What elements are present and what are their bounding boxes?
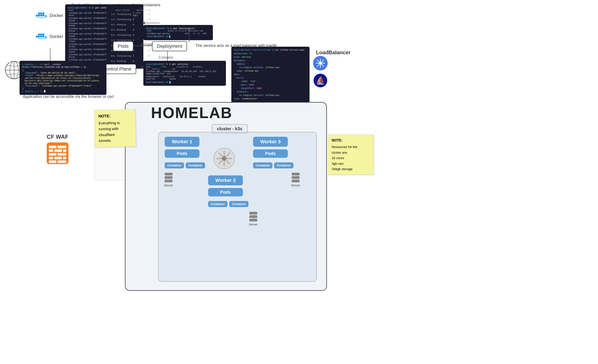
table-row: infobae-api-worker 0/3 3 0 23h — [146, 32, 210, 35]
server-left-label: Server — [164, 184, 173, 187]
table-row: infobae-api-worker-5f4894dd7f-b9f8b0/1Pe… — [68, 22, 152, 27]
svg-rect-10 — [40, 36, 42, 37]
lb-label: LoadBalancer — [316, 49, 351, 56]
docker-logo-1 — [36, 11, 48, 20]
note-right: NOTE: Resources for thecluster are:16 co… — [328, 135, 374, 175]
svg-rect-37 — [63, 149, 66, 152]
docker-label-2: Docker — [50, 34, 63, 39]
docker-logo-2 — [36, 32, 48, 41]
terminal-deployments: dyallo@node03:~$ k get deployments NAME … — [143, 25, 213, 40]
worker-1-box: Worker 1 — [165, 137, 199, 147]
docker-label-1: Docker — [50, 13, 63, 18]
terminal-curl: △ dyallo △ ~ >> curl --silent https://no… — [20, 61, 107, 95]
svg-rect-12 — [40, 34, 42, 35]
pods-prompt: dyallo@node03:~$ — [68, 7, 92, 9]
table-row: infobae-api-worker-5f4894dd7f-8j8cb1/1Te… — [68, 17, 152, 22]
arrow-pods-left — [144, 23, 160, 23]
table-row: infobae-api-worker-5f4894dd7f-b7prw0/1Pe… — [68, 27, 152, 32]
k8s-wheel-center — [213, 148, 235, 169]
svg-rect-43 — [49, 160, 57, 163]
svg-rect-34 — [58, 146, 66, 148]
table-row: kubernetes ClusterIP 10.43.0.1 <none> 44… — [146, 75, 223, 80]
terminal-yaml: dyallo@node03:~/ww/k3s/infobae $ cat inf… — [231, 47, 309, 103]
contains-deployment-service: Contains — [158, 55, 173, 60]
pods-table: NAME READY STATUS RESTARTS AGE infobae-a… — [68, 9, 152, 67]
homelab-title: HOMELAB — [151, 104, 233, 121]
cf-waf-group: CF WAF — [47, 133, 68, 165]
svg-rect-41 — [54, 157, 62, 159]
terminal-services: dyallo@node03:~$ k get services NAME TYP… — [143, 61, 226, 86]
table-row: infobae-api-worker-5f4894dd7f-44791/1Ter… — [68, 12, 152, 17]
svg-rect-0 — [36, 15, 38, 16]
svg-rect-8 — [36, 36, 38, 37]
container-2a: Container — [208, 201, 227, 207]
firewall-icon — [47, 142, 68, 164]
svg-rect-14 — [38, 34, 40, 35]
svg-rect-40 — [49, 157, 53, 159]
arrow-pods-deployment — [135, 46, 153, 46]
svg-rect-42 — [63, 157, 66, 159]
worker-3-box: Worker 3 — [253, 137, 288, 147]
note-right-text: Resources for thecluster are:16 cores3gb… — [332, 144, 370, 172]
svg-point-15 — [45, 36, 47, 38]
table-row: infobae-api-worker-5f4894dd7f-p2lox0/1Te… — [68, 53, 152, 59]
docker-icon-1: Docker — [36, 11, 63, 20]
worker-2-box: Worker 2 — [208, 175, 243, 185]
table-row: infobae-api-worker-5f4894dd7f-f7dns1/1Te… — [68, 38, 152, 43]
svg-rect-44 — [58, 160, 66, 163]
svg-rect-2 — [40, 15, 42, 16]
docker-icon-2: Docker — [36, 32, 63, 41]
svg-rect-11 — [42, 36, 44, 37]
sticky-note-title: NOTE: — [98, 113, 131, 119]
container-1a: Container — [165, 162, 184, 169]
sticky-note: NOTE: Everything isrunning withcloudflar… — [94, 109, 136, 147]
svg-rect-5 — [42, 13, 44, 14]
arrow-up-deployment — [189, 30, 189, 42]
table-row: infobae-api LoadBalancer 10.43.83.253 19… — [146, 70, 223, 75]
svg-rect-4 — [40, 13, 42, 14]
table-row: infobae-api-worker-5f4894dd7f-dzm4p0/1Te… — [68, 32, 152, 38]
server-right-top-label: Server — [291, 184, 300, 187]
pods-3-box: Pods — [253, 149, 288, 158]
pods-box: Pods — [113, 41, 133, 51]
terminal-pods: dyallo@node03:~$ k get pods NAME READY S… — [65, 4, 143, 69]
svg-rect-38 — [49, 153, 57, 156]
svg-rect-13 — [42, 34, 44, 35]
deployment-box: Deployment — [152, 41, 187, 51]
container-3b: Container — [274, 162, 293, 169]
container-2b: Container — [229, 201, 249, 207]
svg-rect-39 — [58, 153, 66, 156]
container-3a: Container — [253, 162, 272, 169]
docker-icons-group: Docker Docker — [36, 11, 63, 53]
svg-rect-33 — [49, 146, 57, 148]
svg-text:⛵: ⛵ — [316, 76, 325, 85]
svg-rect-35 — [49, 149, 53, 152]
app-label: Application can be accessible via the br… — [23, 94, 114, 99]
server-left: Server — [164, 173, 173, 187]
svg-rect-9 — [38, 36, 40, 37]
server-bottom: Server — [249, 212, 257, 226]
pods-2-box: Pods — [208, 188, 243, 196]
helm-logo: ⛵ — [313, 73, 328, 88]
pods-cmd: k get pods — [92, 7, 107, 9]
note-right-title: NOTE: — [332, 138, 370, 143]
container-1b: Container — [186, 162, 205, 169]
svg-point-59 — [222, 156, 226, 161]
svg-rect-1 — [38, 15, 40, 16]
svg-point-7 — [45, 15, 47, 17]
cf-waf-label: CF WAF — [47, 133, 68, 140]
table-row: infobae-api-worker-5f4894dd7f-nsmsc0/1Te… — [68, 48, 152, 53]
pods-1-box: Pods — [165, 149, 199, 158]
svg-rect-6 — [38, 13, 40, 14]
svg-point-21 — [319, 62, 322, 65]
server-right-top: Server — [291, 173, 300, 187]
sticky-note-text: Everything isrunning withcloudflaretunne… — [98, 120, 132, 144]
svg-rect-36 — [54, 149, 62, 152]
server-bottom-label: Server — [249, 223, 257, 226]
kubernetes-logo — [313, 56, 328, 71]
svg-rect-3 — [42, 15, 44, 16]
